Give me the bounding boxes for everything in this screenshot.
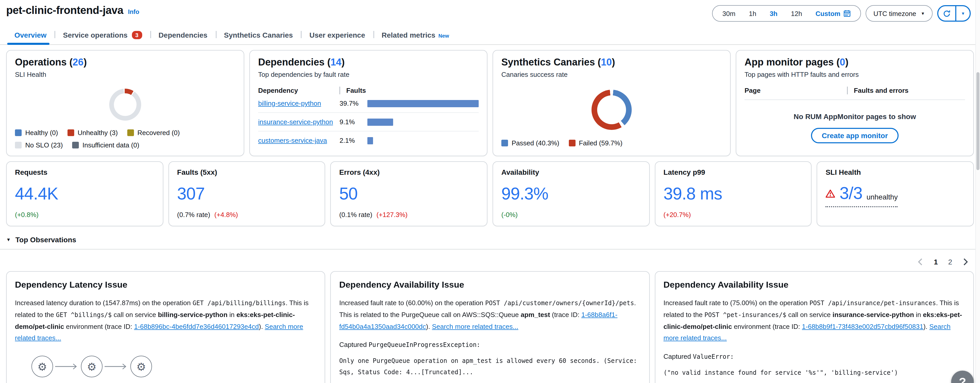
warning-icon xyxy=(826,189,835,198)
dependency-latency-issue-card: Dependency Latency Issue Increased laten… xyxy=(6,271,325,383)
errors-metric-card: Errors (4xx) 50 (0.1% rate)(+127.3%) xyxy=(331,161,487,226)
metric-value: 307 xyxy=(177,184,317,204)
time-range-30m[interactable]: 30m xyxy=(716,10,742,17)
canaries-success-donut-chart xyxy=(592,90,632,130)
sli-health-metric-card: SLI Health 3/3 unhealthy xyxy=(817,161,974,226)
faults-metric-card: Faults (5xx) 307 (0.7% rate)(+4.8%) xyxy=(168,161,325,226)
canaries-count-link[interactable]: 10 xyxy=(601,57,612,67)
vertical-scrollbar[interactable] xyxy=(975,0,980,383)
legend-item: Failed (59.7%) xyxy=(569,139,622,147)
observations-pagination: 1 2 xyxy=(11,258,969,266)
table-row: customers-service-java 2.1% xyxy=(258,131,479,150)
dependency-link[interactable]: customers-service-java xyxy=(258,137,340,144)
metric-value: 44.4K xyxy=(15,184,154,204)
tab-service-operations[interactable]: Service operations 3 xyxy=(55,26,150,44)
app-monitor-card-title: App monitor pages (0) xyxy=(745,57,965,68)
app-monitor-card-subtitle: Top pages with HTTP faults and errors xyxy=(745,70,965,78)
info-link[interactable]: Info xyxy=(128,8,139,16)
time-range-1h[interactable]: 1h xyxy=(742,10,763,17)
legend-swatch xyxy=(127,129,134,136)
refresh-options-button[interactable]: ▼ xyxy=(955,6,970,21)
dependencies-card-title: Dependencies (14) xyxy=(258,57,479,68)
page-header: pet-clinic-frontend-java Info 30m 1h 3h … xyxy=(0,0,980,22)
app-monitor-table-header: Page Faults and errors xyxy=(745,86,965,100)
top-observations-section-toggle[interactable]: ▼ Top Observations xyxy=(0,236,980,249)
resource-node[interactable]: ⚙ xyxy=(130,356,152,377)
next-page-button[interactable] xyxy=(963,258,969,265)
time-controls: 30m 1h 3h 12h Custom UTC timezone ▼ ▼ xyxy=(712,5,971,22)
calendar-icon xyxy=(843,10,851,17)
exception-message: Only one PurgeQueue operation on apm_tes… xyxy=(339,356,641,378)
canaries-card-subtitle: Canaries success rate xyxy=(501,70,722,78)
metric-value: 50 xyxy=(339,184,479,204)
sli-health-status[interactable]: 3/3 unhealthy xyxy=(826,184,898,207)
create-app-monitor-button[interactable]: Create app monitor xyxy=(811,128,899,143)
page-number-1[interactable]: 1 xyxy=(934,258,938,266)
timezone-selector[interactable]: UTC timezone ▼ xyxy=(865,5,932,22)
legend-item: Healthy (0) xyxy=(15,129,58,137)
exception-message: ("no valid instance found for service '%… xyxy=(663,367,965,378)
scrollbar-thumb[interactable] xyxy=(977,72,980,170)
captured-exception-label: Captured ValueError: xyxy=(663,353,965,360)
page-number-2[interactable]: 2 xyxy=(948,258,952,266)
app-monitor-pages-card: App monitor pages (0) Top pages with HTT… xyxy=(736,50,974,156)
gear-icon: ⚙ xyxy=(87,361,97,372)
legend-swatch xyxy=(15,129,22,136)
dependency-link[interactable]: billing-service-python xyxy=(258,99,340,107)
canaries-legend: Passed (40.3%) Failed (59.7%) xyxy=(501,139,722,147)
legend-swatch xyxy=(569,140,575,147)
operations-legend: Healthy (0) Unhealthy (3) Recovered (0) … xyxy=(15,129,235,149)
tab-dependencies[interactable]: Dependencies xyxy=(150,26,216,44)
table-row: insurance-service-python 9.1% xyxy=(258,113,479,131)
sli-health-donut-chart xyxy=(109,89,141,121)
tab-user-experience[interactable]: User experience xyxy=(301,26,373,44)
dependency-availability-issue-card: Dependency Availability Issue Increased … xyxy=(655,271,974,383)
legend-item: Insufficient data (0) xyxy=(72,141,139,149)
operations-count-link[interactable]: 26 xyxy=(73,57,83,67)
dependencies-table-header: Dependency Faults xyxy=(258,86,479,94)
service-node[interactable]: ⚙ xyxy=(32,356,53,377)
operations-card-title: Operations (26) xyxy=(15,57,235,68)
time-range-12h[interactable]: 12h xyxy=(784,10,809,17)
observation-description: Increased fault rate to (75.00%) on the … xyxy=(663,297,965,344)
legend-item: Passed (40.3%) xyxy=(501,139,559,147)
time-range-3h-selected[interactable]: 3h xyxy=(763,10,784,17)
service-operations-count-badge: 3 xyxy=(132,31,142,39)
metric-value: 39.8 ms xyxy=(663,184,803,204)
tab-overview[interactable]: Overview xyxy=(6,26,55,44)
dependencies-card-subtitle: Top dependencies by fault rate xyxy=(258,70,479,78)
dependencies-count-link[interactable]: 14 xyxy=(331,57,341,67)
fault-rate-bar xyxy=(368,100,479,107)
synthetics-canaries-card: Synthetics Canaries (10) Canaries succes… xyxy=(493,50,730,156)
question-icon: ? xyxy=(959,375,966,383)
dependency-link[interactable]: insurance-service-python xyxy=(258,118,340,126)
collapse-triangle-icon: ▼ xyxy=(6,237,11,242)
legend-swatch xyxy=(501,140,508,147)
app-window: pet-clinic-frontend-java Info 30m 1h 3h … xyxy=(0,0,980,383)
refresh-split-button: ▼ xyxy=(937,5,971,22)
new-badge: New xyxy=(439,33,449,39)
gear-icon: ⚙ xyxy=(136,361,146,372)
service-map-flow: ⚙ pet-clinic-frontend-... Service ⚙ bill… xyxy=(15,356,317,383)
tab-synthetics-canaries[interactable]: Synthetics Canaries xyxy=(216,26,301,44)
legend-swatch xyxy=(67,129,74,136)
operations-card: Operations (26) SLI Health Healthy (0) U… xyxy=(6,50,244,156)
tab-related-metrics[interactable]: Related metrics New xyxy=(373,26,457,44)
service-node[interactable]: ⚙ xyxy=(81,356,103,377)
fault-rate-bar xyxy=(368,137,373,144)
app-monitor-count-link[interactable]: 0 xyxy=(840,57,845,67)
chevron-down-icon: ▼ xyxy=(961,11,965,16)
refresh-icon xyxy=(943,10,951,17)
metrics-row: Requests 44.4K (+0.8%) Faults (5xx) 307 … xyxy=(6,161,974,226)
metric-value: 99.3% xyxy=(501,184,641,204)
time-range-custom[interactable]: Custom xyxy=(809,10,858,17)
section-title: Top Observations xyxy=(16,236,76,244)
previous-page-button[interactable] xyxy=(917,258,924,265)
captured-exception-label: Captured PurgeQueueInProgressException: xyxy=(339,341,641,349)
chevron-down-icon: ▼ xyxy=(921,11,925,16)
dependencies-card: Dependencies (14) Top dependencies by fa… xyxy=(250,50,487,156)
requests-metric-card: Requests 44.4K (+0.8%) xyxy=(6,161,163,226)
refresh-button[interactable] xyxy=(938,6,955,21)
legend-item: Unhealthy (3) xyxy=(67,129,118,137)
tab-bar: Overview Service operations 3 Dependenci… xyxy=(0,26,980,45)
